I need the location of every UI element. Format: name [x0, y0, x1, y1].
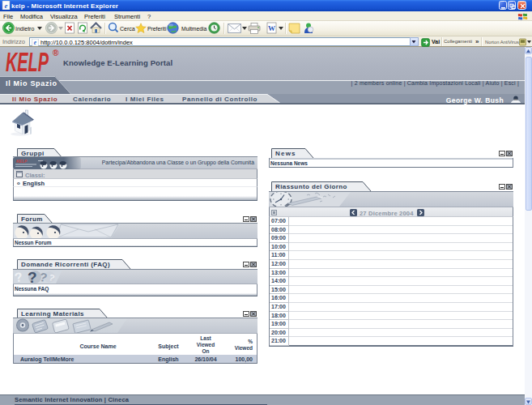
svg-text:KELP: KELP: [6, 48, 49, 74]
svg-text:W: W: [268, 24, 275, 32]
svg-text:?: ?: [28, 270, 37, 284]
svg-text:e: e: [5, 2, 8, 10]
